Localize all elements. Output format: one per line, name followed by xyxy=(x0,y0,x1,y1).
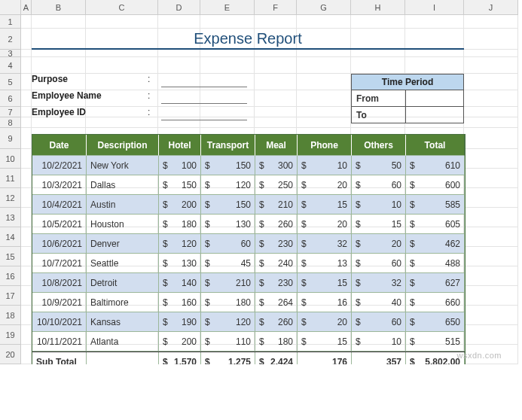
cell-hotel[interactable]: $160 xyxy=(159,293,201,312)
cell-A6[interactable] xyxy=(21,90,32,107)
cell-total[interactable]: $660 xyxy=(406,293,465,312)
cell-J17[interactable] xyxy=(464,286,518,306)
cell-total[interactable]: $585 xyxy=(406,195,465,215)
cell-G1[interactable] xyxy=(297,15,351,29)
column-header-C[interactable]: C xyxy=(86,0,158,15)
col-meal[interactable]: Meal xyxy=(255,135,298,156)
cell-H3[interactable] xyxy=(351,50,405,57)
cell-hotel[interactable]: $100 xyxy=(159,156,201,175)
col-transport[interactable]: Transport xyxy=(201,135,255,156)
cell-date[interactable]: 10/3/2021 xyxy=(32,175,87,195)
cell-B1[interactable] xyxy=(32,15,86,29)
cell-transport[interactable]: $60 xyxy=(201,234,255,254)
row-header-4[interactable]: 4 xyxy=(0,57,21,74)
cell-G6[interactable] xyxy=(297,90,351,107)
cell-meal[interactable]: $250 xyxy=(255,175,298,195)
purpose-input-line[interactable] xyxy=(161,87,247,87)
col-phone[interactable]: Phone xyxy=(298,135,352,156)
cell-hotel[interactable]: $150 xyxy=(159,175,201,195)
cell-transport[interactable]: $120 xyxy=(201,312,255,332)
column-header-H[interactable]: H xyxy=(351,0,405,15)
cell-A20[interactable] xyxy=(21,345,32,364)
cell-transport[interactable]: $210 xyxy=(201,273,255,293)
cell-meal[interactable]: $300 xyxy=(255,156,298,175)
cell-date[interactable]: 10/2/2021 xyxy=(32,156,87,175)
col-others[interactable]: Others xyxy=(352,135,406,156)
cell-E3[interactable] xyxy=(200,50,255,57)
subtotal-transport[interactable]: $1,275 xyxy=(201,352,255,364)
cell-A2[interactable] xyxy=(21,29,32,50)
cell-J8[interactable] xyxy=(464,117,518,128)
cell-hotel[interactable]: $190 xyxy=(159,312,201,332)
cell-phone[interactable]: $15 xyxy=(298,195,352,215)
row-header-13[interactable]: 13 xyxy=(0,208,21,227)
cell-A5[interactable] xyxy=(21,74,32,90)
cell-hotel[interactable]: $180 xyxy=(159,215,201,234)
cell-desc[interactable]: Kansas xyxy=(87,312,159,332)
cell-J14[interactable] xyxy=(464,227,518,247)
cell-G8[interactable] xyxy=(297,117,351,128)
cell-J15[interactable] xyxy=(464,247,518,266)
cell-B4[interactable] xyxy=(32,57,86,74)
cell-J13[interactable] xyxy=(464,208,518,227)
cell-total[interactable]: $605 xyxy=(406,215,465,234)
row-header-14[interactable]: 14 xyxy=(0,227,21,247)
cell-E1[interactable] xyxy=(200,15,255,29)
cell-others[interactable]: $10 xyxy=(352,195,406,215)
cell-J18[interactable] xyxy=(464,306,518,325)
cell-meal[interactable]: $210 xyxy=(255,195,298,215)
cell-A1[interactable] xyxy=(21,15,32,29)
cell-G5[interactable] xyxy=(297,74,351,90)
cell-F5[interactable] xyxy=(255,74,297,90)
cell-J3[interactable] xyxy=(464,50,518,57)
row-header-17[interactable]: 17 xyxy=(0,286,21,306)
cell-hotel[interactable]: $140 xyxy=(159,273,201,293)
cell-C3[interactable] xyxy=(86,50,158,57)
cell-transport[interactable]: $120 xyxy=(201,175,255,195)
cell-desc[interactable]: Denver xyxy=(87,234,159,254)
column-header-D[interactable]: D xyxy=(158,0,200,15)
cell-total[interactable]: $488 xyxy=(406,254,465,273)
col-description[interactable]: Description xyxy=(87,135,159,156)
row-header-12[interactable]: 12 xyxy=(0,188,21,208)
cell-phone[interactable]: $20 xyxy=(298,175,352,195)
col-total[interactable]: Total xyxy=(406,135,465,156)
cell-transport[interactable]: $150 xyxy=(201,195,255,215)
cell-A9[interactable] xyxy=(21,128,32,149)
row-header-3[interactable]: 3 xyxy=(0,50,21,57)
cell-A18[interactable] xyxy=(21,306,32,325)
cell-meal[interactable]: $260 xyxy=(255,215,298,234)
cell-A14[interactable] xyxy=(21,227,32,247)
row-header-6[interactable]: 6 xyxy=(0,90,21,107)
cell-total[interactable]: $627 xyxy=(406,273,465,293)
cell-desc[interactable]: Detroit xyxy=(87,273,159,293)
subtotal-others[interactable]: 357 xyxy=(352,352,406,364)
cell-meal[interactable]: $260 xyxy=(255,312,298,332)
cell-desc[interactable]: Atlanta xyxy=(87,332,159,352)
cell-transport[interactable]: $45 xyxy=(201,254,255,273)
row-header-5[interactable]: 5 xyxy=(0,74,21,90)
cell-meal[interactable]: $180 xyxy=(255,332,298,352)
column-header-F[interactable]: F xyxy=(255,0,297,15)
cell-A11[interactable] xyxy=(21,169,32,188)
cell-D4[interactable] xyxy=(158,57,200,74)
column-header-J[interactable]: J xyxy=(464,0,518,15)
row-header-9[interactable]: 9 xyxy=(0,128,21,149)
row-header-15[interactable]: 15 xyxy=(0,247,21,266)
cell-G3[interactable] xyxy=(297,50,351,57)
row-header-19[interactable]: 19 xyxy=(0,325,21,345)
cell-G7[interactable] xyxy=(297,107,351,117)
column-header-G[interactable]: G xyxy=(297,0,351,15)
cell-I4[interactable] xyxy=(405,57,464,74)
cell-H1[interactable] xyxy=(351,15,405,29)
cell-A12[interactable] xyxy=(21,188,32,208)
cell-J7[interactable] xyxy=(464,107,518,117)
cell-meal[interactable]: $230 xyxy=(255,234,298,254)
cell-A19[interactable] xyxy=(21,325,32,345)
cell-total[interactable]: $515 xyxy=(406,332,465,352)
cell-transport[interactable]: $110 xyxy=(201,332,255,352)
cell-F4[interactable] xyxy=(255,57,297,74)
cell-C4[interactable] xyxy=(86,57,158,74)
cell-A13[interactable] xyxy=(21,208,32,227)
cell-F7[interactable] xyxy=(255,107,297,117)
